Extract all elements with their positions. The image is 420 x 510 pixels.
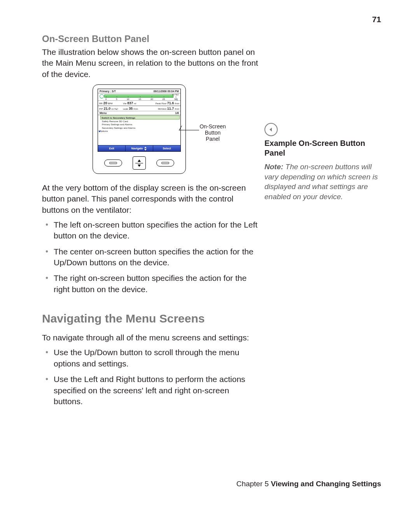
sidebar-note-text: Note: The on-screen buttons will vary de… (264, 162, 383, 202)
menu-page: 1/8 (175, 112, 179, 114)
svg-marker-0 (144, 147, 147, 148)
screen-mode: Primary : S/T (100, 90, 116, 93)
up-down-arrows-icon (144, 147, 147, 151)
bullet-list-1: The left on-screen button specifies the … (42, 219, 260, 295)
menu-item: Primary Settings and Alarms (101, 123, 179, 126)
pressure-gauge: cm H₂O (100, 94, 179, 98)
left-button-icon (104, 159, 122, 166)
list-item: The right on-screen button specifies the… (42, 273, 260, 295)
footer-chapter: Chapter 5 (236, 480, 269, 488)
menu-item: Options (99, 130, 179, 133)
softkey-select: Select (153, 145, 180, 151)
page-number: 71 (372, 15, 381, 24)
intro-paragraph-2: To navigate through all of the menu scre… (42, 332, 260, 343)
menu-list: Switch to Secondary Settings Safely Remo… (98, 115, 180, 133)
stats-row-1: RR 20BPM Vte 837ml Peak Flow 71.6l/min (98, 100, 180, 106)
screen-datetime: 06/11/2008 09:04 PM (154, 90, 179, 93)
list-item: Use the Left and Right buttons to perfor… (42, 374, 260, 407)
device-screen: Primary : S/T 06/11/2008 09:04 PM cm H₂O… (98, 89, 181, 152)
gauge-unit: cm H₂O (172, 94, 179, 96)
softkey-exit: Exit (98, 145, 126, 151)
footer-title: Viewing and Changing Settings (271, 480, 381, 488)
menu-item: Safely Remove SD Card (101, 119, 179, 123)
up-down-button-icon (133, 156, 146, 170)
callout-label: On-Screen Button Panel (199, 123, 226, 142)
heading-on-screen-button-panel: On-Screen Button Panel (42, 33, 260, 44)
intro-paragraph-1: The illustration below shows the on-scre… (42, 47, 260, 80)
device-illustration: Primary : S/T 06/11/2008 09:04 PM cm H₂O… (93, 84, 260, 178)
list-item: Use the Up/Down button to scroll through… (42, 347, 260, 369)
right-button-icon (156, 159, 174, 166)
gauge-scale: 0 5 10 15 20 25 30 (100, 98, 179, 100)
callout-leader (179, 130, 199, 130)
stats-row-2: PIP21.0cm H₂O Leak 35l/min MinVent 11.7l… (98, 106, 180, 111)
sidebar-note: Example On-Screen Button Panel Note: The… (264, 123, 383, 202)
menu-item: Secondary Settings and Alarms (101, 126, 179, 129)
list-item: The left on-screen button specifies the … (42, 219, 260, 242)
list-item: The center on-screen button specifies th… (42, 246, 260, 268)
svg-marker-2 (270, 128, 272, 131)
softkey-navigate: Navigate (126, 145, 153, 151)
on-screen-button-panel: Exit Navigate Select (98, 145, 180, 151)
svg-marker-1 (144, 149, 147, 151)
bullet-list-2: Use the Up/Down button to scroll through… (42, 347, 260, 407)
paragraph-after-illustration: At the very bottom of the display screen… (42, 182, 260, 216)
device-outline: Primary : S/T 06/11/2008 09:04 PM cm H₂O… (93, 84, 186, 174)
menu-header: Menu (100, 112, 107, 114)
physical-buttons (93, 156, 186, 170)
heading-navigating-menu-screens: Navigating the Menu Screens (42, 312, 260, 325)
back-arrow-circle-icon (264, 123, 278, 136)
menu-item: Switch to Secondary Settings (100, 116, 180, 119)
sidebar-caption: Example On-Screen Button Panel (264, 138, 383, 158)
footer: Chapter 5 Viewing and Changing Settings (236, 480, 381, 488)
